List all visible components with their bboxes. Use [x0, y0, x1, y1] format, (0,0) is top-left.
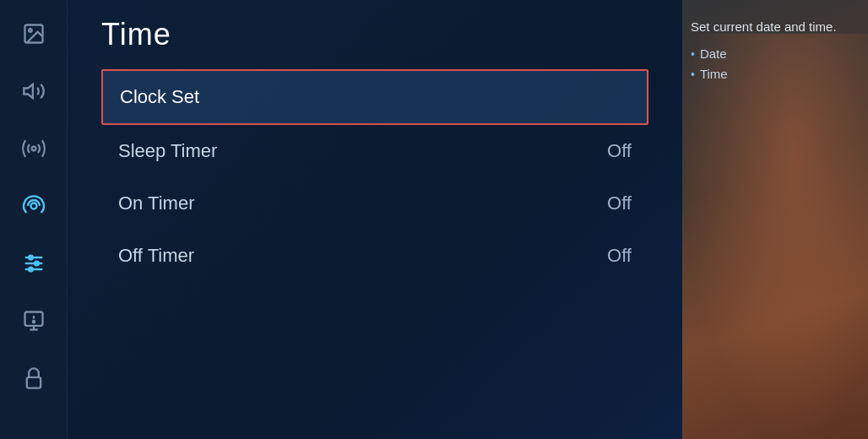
info-date-label: Date — [700, 44, 727, 64]
svg-rect-13 — [26, 377, 40, 388]
svg-marker-2 — [24, 84, 32, 98]
info-time-label: Time — [700, 64, 728, 84]
svg-point-9 — [35, 262, 39, 266]
sleep-timer-value: Off — [607, 140, 632, 162]
clock-set-label: Clock Set — [120, 86, 199, 108]
sidebar-item-tools[interactable] — [17, 247, 51, 280]
main-content: Time Clock Set Sleep Timer Off On Timer … — [68, 0, 682, 439]
sidebar-item-sound[interactable] — [17, 74, 51, 108]
sidebar-item-support[interactable] — [17, 304, 51, 338]
sidebar-item-network[interactable] — [17, 189, 51, 223]
menu-item-on-timer[interactable]: On Timer Off — [101, 177, 648, 230]
svg-point-8 — [29, 256, 33, 260]
sleep-timer-label: Sleep Timer — [118, 140, 217, 162]
menu-list: Clock Set Sleep Timer Off On Timer Off O… — [101, 69, 648, 282]
menu-item-off-timer[interactable]: Off Timer Off — [101, 230, 648, 282]
sidebar-item-broadcast[interactable] — [17, 132, 51, 165]
info-bullet-date: • Date — [691, 44, 860, 64]
info-bullet-time: • Time — [691, 64, 860, 84]
sidebar-item-picture[interactable] — [17, 17, 51, 51]
svg-point-12 — [32, 321, 34, 322]
svg-point-4 — [30, 203, 36, 209]
bullet-icon-date: • — [691, 45, 695, 63]
svg-point-3 — [31, 147, 35, 151]
page-title: Time — [101, 17, 648, 52]
info-box: Set current date and time. • Date • Time — [691, 17, 860, 84]
bullet-icon-time: • — [691, 65, 695, 84]
sidebar-item-lock[interactable] — [17, 361, 51, 395]
on-timer-value: Off — [607, 192, 632, 214]
person-silhouette — [682, 34, 868, 439]
on-timer-label: On Timer — [118, 192, 194, 214]
sidebar — [0, 0, 68, 439]
info-description: Set current date and time. — [691, 17, 860, 37]
menu-item-sleep-timer[interactable]: Sleep Timer Off — [101, 125, 648, 177]
menu-item-clock-set[interactable]: Clock Set — [101, 69, 648, 125]
off-timer-value: Off — [607, 245, 632, 267]
svg-point-1 — [29, 29, 32, 32]
off-timer-label: Off Timer — [118, 245, 194, 267]
right-panel: Set current date and time. • Date • Time — [682, 0, 868, 439]
svg-point-10 — [29, 268, 33, 272]
